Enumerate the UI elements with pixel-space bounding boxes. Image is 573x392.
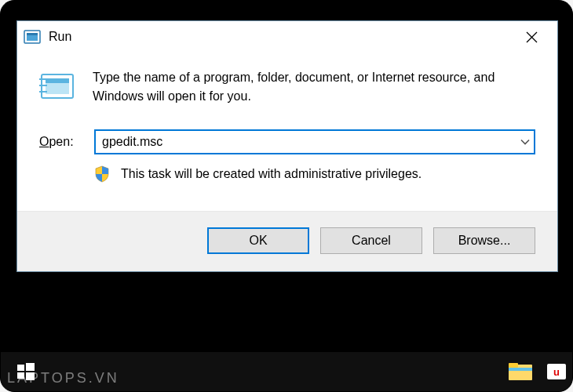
start-button[interactable] [4,353,48,390]
browse-button[interactable]: Browse... [433,227,535,254]
file-explorer-taskbar-icon[interactable] [498,353,542,390]
svg-rect-0 [17,365,24,371]
button-area: OK Cancel Browse... [17,211,557,271]
open-label: Open: [39,135,94,149]
svg-rect-3 [26,372,35,380]
svg-rect-6 [509,368,532,371]
admin-privileges-text: This task will be created with administr… [121,167,422,181]
open-input[interactable] [94,129,535,154]
svg-rect-1 [26,363,35,371]
taskbar[interactable]: u [1,352,572,391]
svg-rect-2 [17,372,24,379]
run-large-icon [39,68,78,106]
close-button[interactable] [512,22,551,52]
svg-rect-11 [27,33,38,35]
ok-button[interactable]: OK [207,227,309,254]
run-dialog: Run [16,20,558,272]
shield-icon [94,165,111,183]
run-title-icon [24,28,41,45]
svg-rect-5 [509,363,518,368]
tray-icon[interactable]: u [544,353,569,390]
instruction-text: Type the name of a program, folder, docu… [93,68,535,106]
cancel-button[interactable]: Cancel [320,227,422,254]
dialog-title: Run [49,30,512,44]
svg-text:u: u [553,366,560,378]
titlebar: Run [17,21,557,53]
svg-rect-16 [46,78,69,83]
